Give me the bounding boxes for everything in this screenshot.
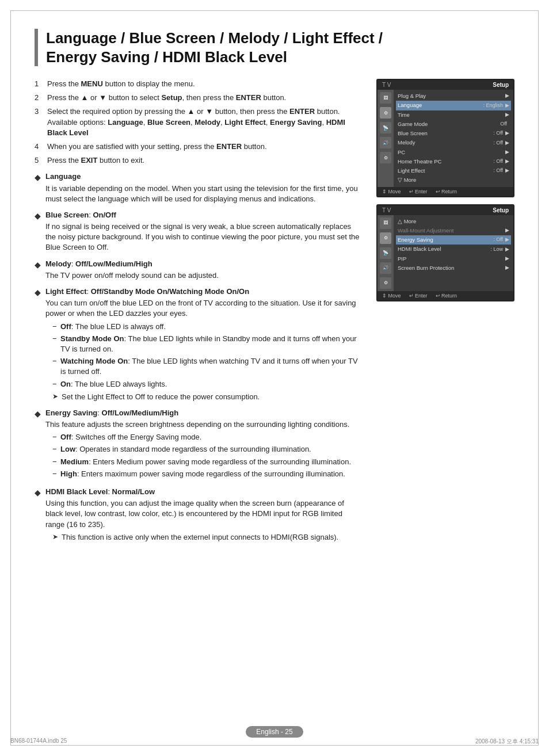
tv-label: T V bbox=[382, 82, 391, 88]
menu-item-value: : Off bbox=[493, 236, 503, 244]
tv-body: 🖼⚙📡🔊⚙ Plug & Play ▶ Language : English ▶… bbox=[378, 90, 513, 187]
tv-menu-item: Energy Saving : Off ▶ bbox=[396, 235, 511, 245]
note-text: Set the Light Effect to Off to reduce th… bbox=[62, 392, 260, 402]
menu-item-label: Melody bbox=[398, 139, 493, 147]
tv-menu-item: HDMI Black Level : Low ▶ bbox=[396, 245, 511, 254]
menu-item-arrow: ▶ bbox=[505, 246, 509, 254]
tv-label: T V bbox=[382, 207, 391, 213]
right-column: T VSetup🖼⚙📡🔊⚙ Plug & Play ▶ Language : E… bbox=[376, 79, 514, 548]
bullet-diamond: ◆ bbox=[35, 408, 41, 481]
note-text: This function is active only when the ex… bbox=[62, 532, 338, 543]
tv-menu: △ More Wall-Mount Adjustment ▶ Energy Sa… bbox=[394, 215, 513, 291]
tv-footer: ⇕ Move↵ Enter↩ Return bbox=[378, 187, 513, 196]
menu-item-value: : Off bbox=[493, 129, 503, 138]
menu-item-arrow: ▶ bbox=[505, 227, 509, 235]
menu-item-label: Screen Burn Protection bbox=[398, 264, 503, 272]
step-text: Press the EXIT button to exit. bbox=[47, 155, 363, 166]
tv-header: T VSetup bbox=[378, 80, 513, 90]
sub-list-item: Medium: Enters Medium power saving mode … bbox=[52, 457, 363, 467]
tv-menu-item: Screen Burn Protection ▶ bbox=[396, 264, 511, 273]
tv-icon-item: 🔊 bbox=[380, 137, 391, 148]
tv-header: T VSetup bbox=[378, 205, 513, 215]
bullet-diamond: ◆ bbox=[35, 487, 41, 543]
tv-icon-item: ⚙ bbox=[380, 152, 391, 163]
step-text: Select the required option by pressing t… bbox=[47, 106, 363, 138]
bullet-section: ◆ Energy Saving: Off/Low/Medium/High Thi… bbox=[35, 408, 363, 481]
bullet-content: Melody: Off/Low/Medium/High The TV power… bbox=[45, 259, 363, 281]
bullet-content: Blue Screen: On/Off If no signal is bein… bbox=[45, 210, 363, 253]
setup-label: Setup bbox=[493, 207, 509, 213]
bullet-sections: ◆ Language It is variable depending on t… bbox=[35, 171, 363, 543]
bullet-content: Light Effect: Off/Standby Mode On/Watchi… bbox=[45, 287, 363, 402]
tv-menu-item: Plug & Play ▶ bbox=[396, 91, 511, 101]
menu-item-value: : English bbox=[483, 102, 503, 110]
menu-item-label: PC bbox=[398, 148, 503, 156]
tv-menu-item: Wall-Mount Adjustment ▶ bbox=[396, 226, 511, 235]
menu-item-arrow: ▶ bbox=[505, 264, 509, 272]
note-line: ➤This function is active only when the e… bbox=[52, 532, 363, 543]
menu-item-label: Wall-Mount Adjustment bbox=[398, 227, 503, 235]
tv-screen-1: T VSetup🖼⚙📡🔊⚙ Plug & Play ▶ Language : E… bbox=[376, 79, 514, 197]
tv-icon-item: 🖼 bbox=[380, 217, 391, 229]
bullet-content: Language It is variable depending on the… bbox=[45, 171, 363, 204]
step-text: Press the ▲ or ▼ button to select Setup,… bbox=[47, 93, 363, 103]
menu-item-arrow: ▶ bbox=[505, 167, 509, 175]
step-item: 2Press the ▲ or ▼ button to select Setup… bbox=[35, 93, 363, 103]
menu-item-label: HDMI Black Level bbox=[398, 245, 490, 253]
tv-menu-item: Game Mode Off bbox=[396, 120, 511, 129]
menu-item-arrow: ▶ bbox=[505, 102, 509, 110]
menu-item-value: : Off bbox=[493, 139, 503, 147]
page-title: Language / Blue Screen / Melody / Light … bbox=[46, 29, 514, 66]
section-subtitle: : Off/Standby Mode On/Watching Mode On/O… bbox=[87, 287, 250, 296]
bullet-section: ◆ Blue Screen: On/Off If no signal is be… bbox=[35, 210, 363, 253]
tv-footer: ⇕ Move↵ Enter↩ Return bbox=[378, 291, 513, 300]
setup-label: Setup bbox=[493, 82, 509, 88]
sub-list-item: Off: The blue LED is always off. bbox=[52, 322, 363, 332]
menu-item-label: Time bbox=[398, 111, 503, 119]
menu-item-arrow: ▶ bbox=[505, 111, 509, 119]
bullet-diamond: ◆ bbox=[35, 287, 41, 402]
tv-icon-item: ⚙ bbox=[380, 232, 391, 244]
step-number: 2 bbox=[35, 93, 43, 103]
sub-list: Off: Switches off the Energy Saving mode… bbox=[52, 432, 363, 479]
menu-item-label: Light Effect bbox=[398, 167, 493, 175]
note-arrow: ➤ bbox=[52, 392, 58, 402]
section-title: Blue Screen bbox=[45, 211, 89, 219]
steps-list: 1Press the MENU button to display the me… bbox=[35, 79, 363, 166]
tv-icon-item: 🖼 bbox=[380, 92, 391, 104]
section-body: This feature adjusts the screen brightne… bbox=[45, 419, 363, 430]
menu-item-label: Blue Screen bbox=[398, 129, 493, 138]
menu-item-arrow: ▶ bbox=[505, 139, 509, 147]
menu-item-label: PIP bbox=[398, 255, 503, 263]
tv-icon-item: 🔊 bbox=[380, 262, 391, 274]
step-number: 4 bbox=[35, 142, 43, 152]
sub-list-item: Standby Mode On: The blue LED lights whi… bbox=[52, 334, 363, 354]
menu-item-value: : Low bbox=[490, 246, 503, 254]
page-footer: English - 25 bbox=[0, 726, 549, 738]
step-item: 1Press the MENU button to display the me… bbox=[35, 79, 363, 89]
tv-menu-item: △ More bbox=[396, 217, 511, 226]
tv-menu-item: Melody : Off ▶ bbox=[396, 138, 511, 147]
sub-list-item: Watching Mode On: The blue LED lights wh… bbox=[52, 356, 363, 377]
section-body: You can turn on/off the blue LED on the … bbox=[45, 298, 363, 319]
tv-menu-item: Light Effect : Off ▶ bbox=[396, 166, 511, 175]
tv-menu-item: PIP ▶ bbox=[396, 254, 511, 264]
menu-item-label: Home Theatre PC bbox=[398, 158, 493, 166]
sub-list-item: On: The blue LED always lights. bbox=[52, 379, 363, 390]
bottom-bar: BN68-01744A.indb 25 2008-08-13 오후 4:15:3… bbox=[10, 738, 539, 746]
sub-list-item: High: Enters maximum power saving mode r… bbox=[52, 469, 363, 479]
tv-menu-item: Language : English ▶ bbox=[396, 101, 511, 110]
menu-item-label: Energy Saving bbox=[398, 236, 493, 244]
note-arrow: ➤ bbox=[52, 532, 58, 543]
section-body: The TV power on/off melody sound can be … bbox=[45, 270, 363, 281]
tv-screen-2: T VSetup🖼⚙📡🔊⚙ △ More Wall-Mount Adjustme… bbox=[376, 204, 514, 301]
tv-menu-item: Blue Screen : Off ▶ bbox=[396, 129, 511, 138]
bullet-content: HDMI Black Level: Normal/Low Using this … bbox=[45, 487, 363, 543]
bullet-diamond: ◆ bbox=[35, 259, 41, 281]
step-text: Press the MENU button to display the men… bbox=[47, 79, 363, 89]
bullet-diamond: ◆ bbox=[35, 211, 41, 253]
bullet-section: ◆ Light Effect: Off/Standby Mode On/Watc… bbox=[35, 287, 363, 402]
menu-item-label: Plug & Play bbox=[398, 92, 503, 100]
tv-menu-item: PC ▶ bbox=[396, 148, 511, 157]
menu-item-arrow: ▶ bbox=[505, 236, 509, 244]
